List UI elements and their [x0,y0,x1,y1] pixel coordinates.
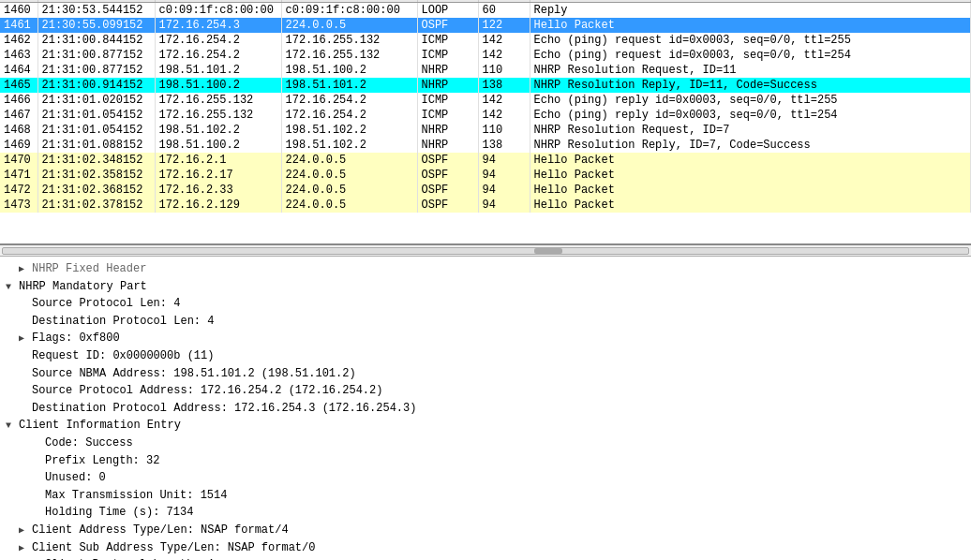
cell-dst: 198.51.101.2 [281,78,417,93]
cell-info: Hello Packet [530,168,971,183]
cell-info: Hello Packet [530,183,971,198]
cell-no: 1473 [0,198,37,213]
detail-text: Request ID: 0x0000000b (11) [32,347,214,365]
table-row[interactable]: 146821:31:01.054152198.51.102.2198.51.10… [0,123,971,138]
cell-time: 21:31:01.020152 [37,93,155,108]
table-row[interactable]: 146421:31:00.877152198.51.101.2198.51.10… [0,63,971,78]
cell-len: 110 [478,63,530,78]
detail-line: Prefix Length: 32 [6,452,965,470]
detail-text: Max Transmission Unit: 1514 [45,487,227,505]
scroll-thumb[interactable] [534,248,562,254]
detail-text: Prefix Length: 32 [45,452,159,470]
detail-line: Destination Protocol Len: 4 [6,313,965,331]
cell-time: 21:31:00.844152 [37,33,155,48]
table-row[interactable]: 146221:31:00.844152172.16.254.2172.16.25… [0,33,971,48]
packet-list-panel: 146021:30:53.544152c0:09:1f:c8:00:00c0:0… [0,0,971,245]
cell-time: 21:31:01.054152 [37,108,155,123]
cell-len: 142 [478,48,530,63]
cell-len: 94 [478,198,530,213]
cell-info: NHRP Resolution Request, ID=11 [530,63,971,78]
detail-text: Unused: 0 [45,469,106,487]
table-row[interactable]: 146121:30:55.099152172.16.254.3224.0.0.5… [0,18,971,33]
cell-time: 21:31:02.378152 [37,198,155,213]
cell-dst: 172.16.254.2 [281,108,417,123]
detail-text: Source Protocol Len: 4 [32,295,180,313]
expand-icon[interactable]: ▶ [19,262,32,277]
table-row[interactable]: 146721:31:01.054152172.16.255.132172.16.… [0,108,971,123]
cell-proto: NHRP [417,123,478,138]
table-row[interactable]: 146621:31:01.020152172.16.255.132172.16.… [0,93,971,108]
cell-info: Echo (ping) request id=0x0003, seq=0/0, … [530,48,971,63]
cell-time: 21:30:55.099152 [37,18,155,33]
cell-src: 198.51.101.2 [155,63,281,78]
detail-line: ▶Client Sub Address Type/Len: NSAP forma… [6,539,965,557]
detail-line: Source NBMA Address: 198.51.101.2 (198.5… [6,365,965,383]
expand-icon[interactable]: ▶ [19,541,32,556]
cell-proto: NHRP [417,78,478,93]
cell-no: 1468 [0,123,37,138]
table-row[interactable]: 147221:31:02.368152172.16.2.33224.0.0.5O… [0,183,971,198]
cell-proto: OSPF [417,168,478,183]
cell-proto: NHRP [417,63,478,78]
cell-no: 1466 [0,93,37,108]
cell-time: 21:31:02.348152 [37,153,155,168]
detail-text: Code: Success [45,435,133,452]
cell-no: 1464 [0,63,37,78]
detail-line: Source Protocol Len: 4 [6,295,965,313]
cell-dst: 172.16.255.132 [281,48,417,63]
cell-info: Hello Packet [530,18,971,33]
cell-dst: 224.0.0.5 [281,183,417,198]
cell-no: 1462 [0,33,37,48]
cell-src: 172.16.2.17 [155,168,281,183]
table-row[interactable]: 146921:31:01.088152198.51.100.2198.51.10… [0,138,971,153]
cell-dst: 224.0.0.5 [281,153,417,168]
expand-icon[interactable]: ▶ [19,523,32,538]
cell-src: 172.16.255.132 [155,108,281,123]
cell-dst: 198.51.102.2 [281,123,417,138]
cell-proto: ICMP [417,93,478,108]
cell-no: 1472 [0,183,37,198]
detail-line: ▼NHRP Mandatory Part [6,278,965,296]
cell-src: 172.16.2.33 [155,183,281,198]
cell-info: Hello Packet [530,153,971,168]
cell-info: Reply [530,3,971,19]
horizontal-scrollbar[interactable] [0,245,971,257]
cell-info: Echo (ping) reply id=0x0003, seq=0/0, tt… [530,108,971,123]
cell-time: 21:31:01.088152 [37,138,155,153]
cell-len: 142 [478,108,530,123]
cell-src: 172.16.2.129 [155,198,281,213]
cell-time: 21:30:53.544152 [37,3,155,19]
detail-line: Holding Time (s): 7134 [6,504,965,522]
cell-no: 1461 [0,18,37,33]
cell-src: 172.16.2.1 [155,153,281,168]
cell-info: Hello Packet [530,198,971,213]
expand-icon[interactable]: ▼ [6,280,19,295]
cell-no: 1470 [0,153,37,168]
cell-proto: OSPF [417,153,478,168]
cell-proto: ICMP [417,33,478,48]
table-row[interactable]: 146521:31:00.914152198.51.100.2198.51.10… [0,78,971,93]
table-row[interactable]: 146021:30:53.544152c0:09:1f:c8:00:00c0:0… [0,3,971,19]
cell-no: 1465 [0,78,37,93]
cell-time: 21:31:00.914152 [37,78,155,93]
table-row[interactable]: 147121:31:02.358152172.16.2.17224.0.0.5O… [0,168,971,183]
cell-len: 94 [478,168,530,183]
cell-dst: 198.51.100.2 [281,63,417,78]
cell-len: 142 [478,93,530,108]
expand-icon[interactable]: ▶ [19,332,32,346]
scroll-track[interactable] [2,247,969,255]
cell-dst: 224.0.0.5 [281,18,417,33]
cell-src: 172.16.254.2 [155,48,281,63]
detail-text: Flags: 0xf800 [32,330,120,347]
table-row[interactable]: 146321:31:00.877152172.16.254.2172.16.25… [0,48,971,63]
cell-dst: 172.16.254.2 [281,93,417,108]
cell-time: 21:31:02.358152 [37,168,155,183]
table-row[interactable]: 147021:31:02.348152172.16.2.1224.0.0.5OS… [0,153,971,168]
cell-info: Echo (ping) request id=0x0003, seq=0/0, … [530,33,971,48]
table-row[interactable]: 147321:31:02.378152172.16.2.129224.0.0.5… [0,198,971,213]
detail-line: Destination Protocol Address: 172.16.254… [6,400,965,418]
expand-icon[interactable]: ▼ [6,419,19,434]
cell-src: 172.16.255.132 [155,93,281,108]
cell-proto: ICMP [417,48,478,63]
cell-info: Echo (ping) reply id=0x0003, seq=0/0, tt… [530,93,971,108]
